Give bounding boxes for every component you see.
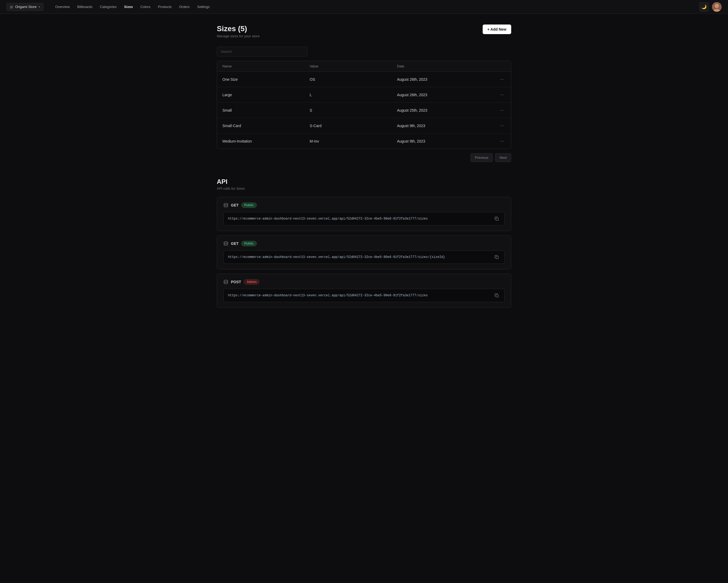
col-name-header: Name [223,64,310,68]
api-card-header: GET Public [224,241,504,246]
table-row: Small S August 25th, 2023 ··· [217,103,511,118]
api-url-text: https://ecommerce-admin-dashboard-next13… [228,294,490,297]
database-icon [224,279,228,284]
api-cards: GET Public https://ecommerce-admin-dashb… [217,197,511,308]
svg-point-1 [715,4,719,8]
row-actions: ··· [484,122,505,129]
row-actions: ··· [484,76,505,83]
cell-date: August 26th, 2023 [397,93,484,97]
cell-date: August 26th, 2023 [397,77,484,82]
cell-value: L [310,93,397,97]
nav-link-overview[interactable]: Overview [52,3,73,10]
nav-link-categories[interactable]: Categories [97,3,120,10]
database-icon [224,203,228,207]
next-button[interactable]: Next [495,153,511,162]
table-row: One Size OS August 26th, 2023 ··· [217,72,511,87]
row-actions: ··· [484,107,505,113]
cell-date: August 25th, 2023 [397,108,484,112]
page-header: Sizes (5) Manage sizes for your store + … [217,25,511,38]
api-section: API API calls for Sizes GET Public https… [217,178,511,308]
nav-link-settings[interactable]: Settings [194,3,213,10]
more-options-button[interactable]: ··· [498,122,505,129]
sizes-table: Name Value Date One Size OS August 26th,… [217,61,511,149]
search-input[interactable] [217,47,308,56]
table-header: Name Value Date [217,61,511,72]
more-options-button[interactable]: ··· [498,76,505,83]
nav-link-billboards[interactable]: Billboards [74,3,96,10]
cell-value: M-Inv [310,139,397,143]
col-actions-header [484,64,505,68]
cell-name: Small [223,108,310,112]
api-badge: Public [241,241,257,246]
svg-point-3 [224,203,228,205]
cell-date: August 9th, 2023 [397,123,484,128]
api-url-text: https://ecommerce-admin-dashboard-next13… [228,217,490,221]
store-icon: ⊞ [10,5,13,9]
cell-name: Large [223,93,310,97]
nav-link-products[interactable]: Products [155,3,175,10]
cell-name: Medium-Invitation [223,139,310,143]
copy-url-button[interactable] [494,216,500,222]
api-url-text: https://ecommerce-admin-dashboard-next13… [228,255,490,259]
api-method-label: POST [231,280,241,284]
api-badge: Public [241,202,257,208]
chevron-down-icon: ▾ [39,5,40,8]
nav-link-sizes[interactable]: Sizes [121,3,136,10]
nav-link-colors[interactable]: Colors [137,3,154,10]
nav-link-orders[interactable]: Orders [176,3,193,10]
api-card-header: POST Admin [224,279,504,284]
col-value-header: Value [310,64,397,68]
svg-rect-8 [496,295,498,297]
store-selector[interactable]: ⊞ Origami Store ▾ [6,3,44,11]
theme-toggle-button[interactable]: 🌙 [699,2,709,12]
cell-value: OS [310,77,397,82]
cell-value: S [310,108,397,112]
pagination: Previous Next [217,153,511,162]
nav-links: OverviewBillboardsCategoriesSizesColorsP… [52,3,213,10]
navbar: ⊞ Origami Store ▾ OverviewBillboardsCate… [0,0,728,14]
cell-name: Small-Card [223,123,310,128]
api-title: API [217,178,511,186]
page-title: Sizes (5) [217,25,259,33]
api-method-label: GET [231,203,239,207]
cell-value: S-Card [310,123,397,128]
page-title-section: Sizes (5) Manage sizes for your store [217,25,259,38]
svg-rect-4 [496,218,498,220]
store-name: Origami Store [15,5,36,9]
api-url-row: https://ecommerce-admin-dashboard-next13… [224,212,504,225]
previous-button[interactable]: Previous [470,153,493,162]
avatar[interactable] [712,2,722,12]
table-row: Medium-Invitation M-Inv August 9th, 2023… [217,134,511,149]
api-url-row: https://ecommerce-admin-dashboard-next13… [224,250,504,264]
row-actions: ··· [484,138,505,144]
table-row: Large L August 26th, 2023 ··· [217,87,511,103]
copy-url-button[interactable] [494,292,500,299]
database-icon [224,241,228,246]
col-date-header: Date [397,64,484,68]
cell-name: One Size [223,77,310,82]
cell-date: August 9th, 2023 [397,139,484,143]
svg-point-5 [224,242,228,243]
api-card: POST Admin https://ecommerce-admin-dashb… [217,274,511,308]
api-card-header: GET Public [224,202,504,208]
api-card: GET Public https://ecommerce-admin-dashb… [217,235,511,269]
api-card: GET Public https://ecommerce-admin-dashb… [217,197,511,231]
more-options-button[interactable]: ··· [498,138,505,144]
table-row: Small-Card S-Card August 9th, 2023 ··· [217,118,511,134]
table-body: One Size OS August 26th, 2023 ··· Large … [217,72,511,149]
main-content: Sizes (5) Manage sizes for your store + … [204,14,524,323]
api-subtitle: API calls for Sizes [217,187,511,191]
api-badge: Admin [244,279,259,284]
api-url-row: https://ecommerce-admin-dashboard-next13… [224,289,504,302]
add-new-button[interactable]: + Add New [483,25,511,34]
page-subtitle: Manage sizes for your store [217,34,259,38]
copy-url-button[interactable] [494,254,500,260]
more-options-button[interactable]: ··· [498,107,505,113]
svg-point-7 [224,280,228,281]
navbar-left: ⊞ Origami Store ▾ OverviewBillboardsCate… [6,3,213,11]
row-actions: ··· [484,91,505,98]
more-options-button[interactable]: ··· [498,91,505,98]
search-container [217,47,511,56]
api-method-label: GET [231,242,239,246]
svg-rect-6 [496,256,498,259]
